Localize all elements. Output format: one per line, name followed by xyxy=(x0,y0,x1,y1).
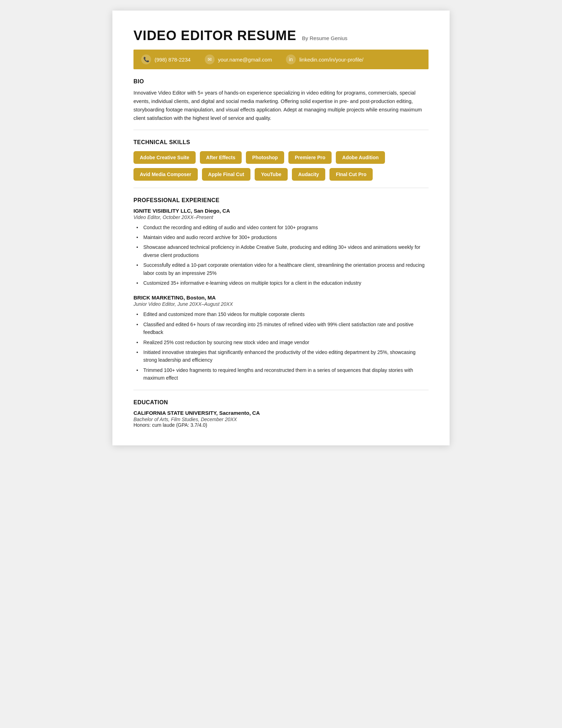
linkedin-icon: in xyxy=(286,54,296,64)
list-item: Realized 25% cost reduction by sourcing … xyxy=(136,339,429,346)
jobs-container: IGNITE VISIBILITY LLC, San Diego, CAVide… xyxy=(133,208,429,382)
byline: By Resume Genius xyxy=(302,35,347,41)
bullet-list: Edited and customized more than 150 vide… xyxy=(136,310,429,382)
job-company: IGNITE VISIBILITY LLC, San Diego, CA xyxy=(133,208,429,214)
resume-title: VIDEO EDITOR RESUME xyxy=(133,28,296,43)
bio-section-title: BIO xyxy=(133,78,429,85)
skills-grid: Adobe Creative SuiteAfter EffectsPhotosh… xyxy=(133,151,429,181)
skill-badge: Adobe Audition xyxy=(336,151,385,164)
divider-3 xyxy=(133,390,429,390)
contact-linkedin: in linkedin.com/in/your-profile/ xyxy=(286,54,364,64)
skill-badge: Photoshop xyxy=(246,151,284,164)
list-item: Trimmed 100+ video fragments to required… xyxy=(136,366,429,382)
experience-section-title: PROFESSIONAL EXPERIENCE xyxy=(133,197,429,204)
skills-section-title: TECHNICAL SKILLS xyxy=(133,139,429,146)
list-item: Classified and edited 6+ hours of raw re… xyxy=(136,321,429,336)
skill-badge: Avid Media Composer xyxy=(133,168,198,181)
skill-badge: Apple Final Cut xyxy=(202,168,251,181)
skill-badge: Adobe Creative Suite xyxy=(133,151,196,164)
job-company: BRICK MARKETING, Boston, MA xyxy=(133,295,429,301)
list-item: Conduct the recording and editing of aud… xyxy=(136,224,429,231)
list-item: Maintain video and audio record archive … xyxy=(136,233,429,241)
education-container: CALIFORNIA STATE UNIVERSITY, Sacramento,… xyxy=(133,410,429,428)
phone-icon: 📞 xyxy=(141,54,151,64)
job-block: IGNITE VISIBILITY LLC, San Diego, CAVide… xyxy=(133,208,429,287)
contact-bar: 📞 (998) 878-2234 ✉ your.name@gmail.com i… xyxy=(133,50,429,69)
list-item: Successfully edited a 10-part corporate … xyxy=(136,261,429,277)
job-block: BRICK MARKETING, Boston, MAJunior Video … xyxy=(133,295,429,382)
school-honors: Honors: cum laude (GPA: 3.7/4.0) xyxy=(133,422,429,428)
list-item: Edited and customized more than 150 vide… xyxy=(136,310,429,318)
list-item: Customized 35+ informative e-learning vi… xyxy=(136,279,429,287)
email-text: your.name@gmail.com xyxy=(218,57,272,63)
school-degree: Bachelor of Arts, Film Studies, December… xyxy=(133,417,429,422)
email-icon: ✉ xyxy=(205,54,215,64)
phone-text: (998) 878-2234 xyxy=(155,57,191,63)
education-section-title: EDUCATION xyxy=(133,399,429,406)
skill-badge: FInal Cut Pro xyxy=(329,168,373,181)
header-title-row: VIDEO EDITOR RESUME By Resume Genius xyxy=(133,28,429,43)
contact-phone: 📞 (998) 878-2234 xyxy=(141,54,191,64)
contact-email: ✉ your.name@gmail.com xyxy=(205,54,272,64)
linkedin-text: linkedin.com/in/your-profile/ xyxy=(299,57,364,63)
resume-document: VIDEO EDITOR RESUME By Resume Genius 📞 (… xyxy=(112,11,450,445)
list-item: Initiated innovative strategies that sig… xyxy=(136,348,429,364)
skill-badge: Premiere Pro xyxy=(288,151,332,164)
bio-text: Innovative Video Editor with 5+ years of… xyxy=(133,89,429,123)
divider-1 xyxy=(133,130,429,130)
job-title-date: Junior Video Editor, June 20XX–August 20… xyxy=(133,301,429,307)
list-item: Showcase advanced technical proficiency … xyxy=(136,243,429,259)
skill-badge: After Effects xyxy=(200,151,242,164)
school-name: CALIFORNIA STATE UNIVERSITY, Sacramento,… xyxy=(133,410,429,416)
divider-2 xyxy=(133,188,429,188)
job-title-date: Video Editor, October 20XX–Present xyxy=(133,214,429,220)
education-block: CALIFORNIA STATE UNIVERSITY, Sacramento,… xyxy=(133,410,429,428)
skill-badge: YouTube xyxy=(255,168,288,181)
bullet-list: Conduct the recording and editing of aud… xyxy=(136,224,429,287)
skill-badge: Audacity xyxy=(292,168,325,181)
